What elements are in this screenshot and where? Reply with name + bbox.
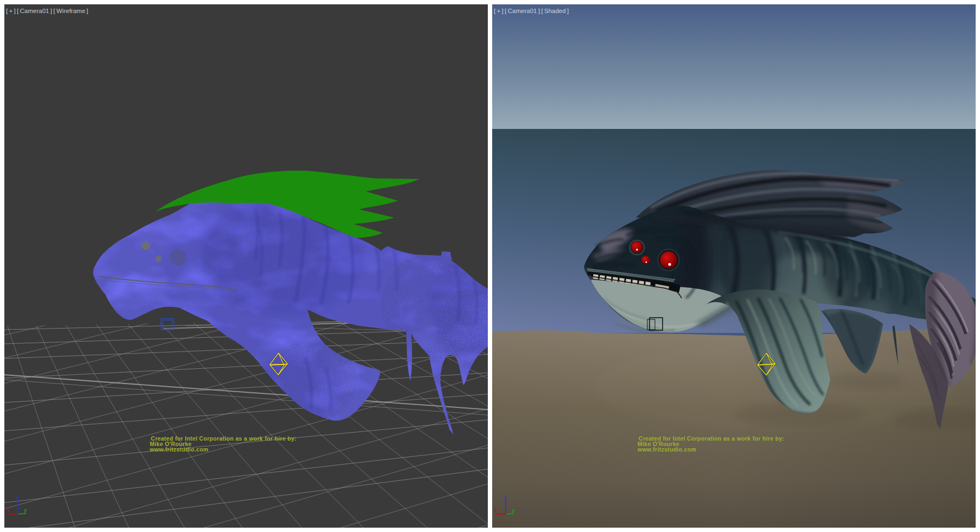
svg-text:y: y	[24, 508, 27, 513]
svg-text:x: x	[494, 508, 497, 513]
svg-text:x: x	[7, 508, 9, 513]
svg-text:www.fritzstudio.com: www.fritzstudio.com	[637, 446, 696, 453]
svg-text:y: y	[512, 508, 514, 513]
svg-text:z: z	[504, 495, 507, 500]
svg-text:z: z	[16, 495, 19, 500]
svg-text:www.fritzstudio.com: www.fritzstudio.com	[149, 446, 209, 453]
